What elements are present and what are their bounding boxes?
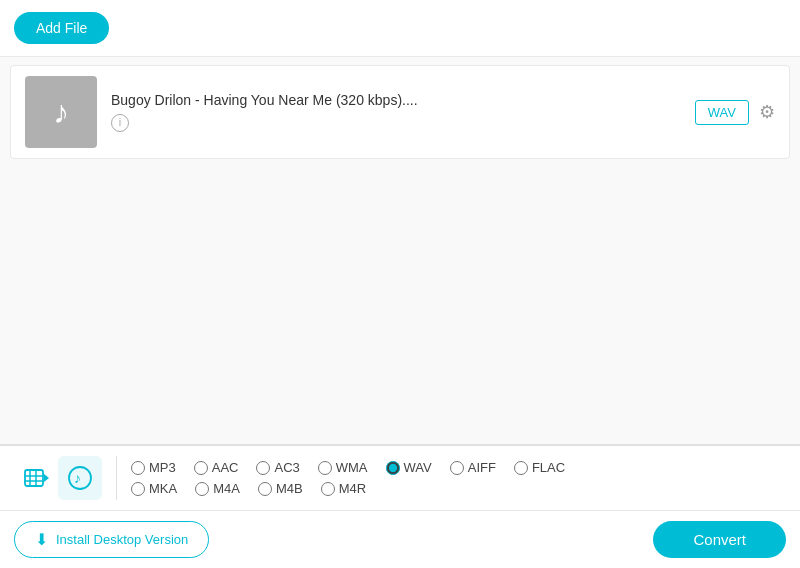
format-option-aac[interactable]: AAC: [194, 460, 239, 475]
radio-wav[interactable]: [386, 461, 400, 475]
format-label-m4b: M4B: [276, 481, 303, 496]
radio-m4b[interactable]: [258, 482, 272, 496]
toolbar: Add File: [0, 0, 800, 57]
format-label-m4a: M4A: [213, 481, 240, 496]
format-option-flac[interactable]: FLAC: [514, 460, 565, 475]
svg-marker-5: [44, 474, 49, 482]
format-row-1: MP3 AAC AC3 WMA WAV: [131, 460, 786, 475]
format-option-m4r[interactable]: M4R: [321, 481, 366, 496]
format-label-ac3: AC3: [274, 460, 299, 475]
format-option-m4b[interactable]: M4B: [258, 481, 303, 496]
settings-icon[interactable]: ⚙: [759, 101, 775, 123]
file-thumbnail: ♪: [25, 76, 97, 148]
radio-mka[interactable]: [131, 482, 145, 496]
add-file-button[interactable]: Add File: [14, 12, 109, 44]
download-icon: ⬇: [35, 530, 48, 549]
format-option-wma[interactable]: WMA: [318, 460, 368, 475]
radio-flac[interactable]: [514, 461, 528, 475]
format-options-panel: ♪ MP3 AAC AC3: [0, 446, 800, 511]
radio-aiff[interactable]: [450, 461, 464, 475]
format-option-mp3[interactable]: MP3: [131, 460, 176, 475]
install-desktop-button[interactable]: ⬇ Install Desktop Version: [14, 521, 209, 558]
convert-button[interactable]: Convert: [653, 521, 786, 558]
svg-text:♪: ♪: [74, 470, 81, 486]
format-label-m4r: M4R: [339, 481, 366, 496]
file-list: ♪ Bugoy Drilon - Having You Near Me (320…: [0, 57, 800, 445]
file-name: Bugoy Drilon - Having You Near Me (320 k…: [111, 92, 681, 108]
file-actions: WAV ⚙: [695, 100, 775, 125]
radio-m4a[interactable]: [195, 482, 209, 496]
format-label-wma: WMA: [336, 460, 368, 475]
format-option-m4a[interactable]: M4A: [195, 481, 240, 496]
format-badge[interactable]: WAV: [695, 100, 749, 125]
svg-rect-0: [25, 470, 43, 486]
bottom-panel: ♪ MP3 AAC AC3: [0, 445, 800, 568]
video-tab-icon: [23, 465, 49, 491]
format-option-wav[interactable]: WAV: [386, 460, 432, 475]
format-label-aac: AAC: [212, 460, 239, 475]
file-item: ♪ Bugoy Drilon - Having You Near Me (320…: [10, 65, 790, 159]
install-label: Install Desktop Version: [56, 532, 188, 547]
radio-aac[interactable]: [194, 461, 208, 475]
format-label-mp3: MP3: [149, 460, 176, 475]
format-row-2: MKA M4A M4B M4R: [131, 481, 786, 496]
format-label-aiff: AIFF: [468, 460, 496, 475]
radio-m4r[interactable]: [321, 482, 335, 496]
format-label-wav: WAV: [404, 460, 432, 475]
music-note-icon: ♪: [53, 94, 69, 131]
audio-tab-icon: ♪: [67, 465, 93, 491]
file-info: Bugoy Drilon - Having You Near Me (320 k…: [111, 92, 681, 132]
format-label-mka: MKA: [149, 481, 177, 496]
radio-ac3[interactable]: [256, 461, 270, 475]
audio-tab-button[interactable]: ♪: [58, 456, 102, 500]
format-option-mka[interactable]: MKA: [131, 481, 177, 496]
radio-mp3[interactable]: [131, 461, 145, 475]
radio-groups: MP3 AAC AC3 WMA WAV: [131, 460, 786, 496]
format-label-flac: FLAC: [532, 460, 565, 475]
tab-icons: ♪: [14, 456, 117, 500]
format-option-aiff[interactable]: AIFF: [450, 460, 496, 475]
format-option-ac3[interactable]: AC3: [256, 460, 299, 475]
info-icon[interactable]: i: [111, 114, 129, 132]
video-tab-button[interactable]: [14, 456, 58, 500]
radio-wma[interactable]: [318, 461, 332, 475]
action-bar: ⬇ Install Desktop Version Convert: [0, 511, 800, 568]
